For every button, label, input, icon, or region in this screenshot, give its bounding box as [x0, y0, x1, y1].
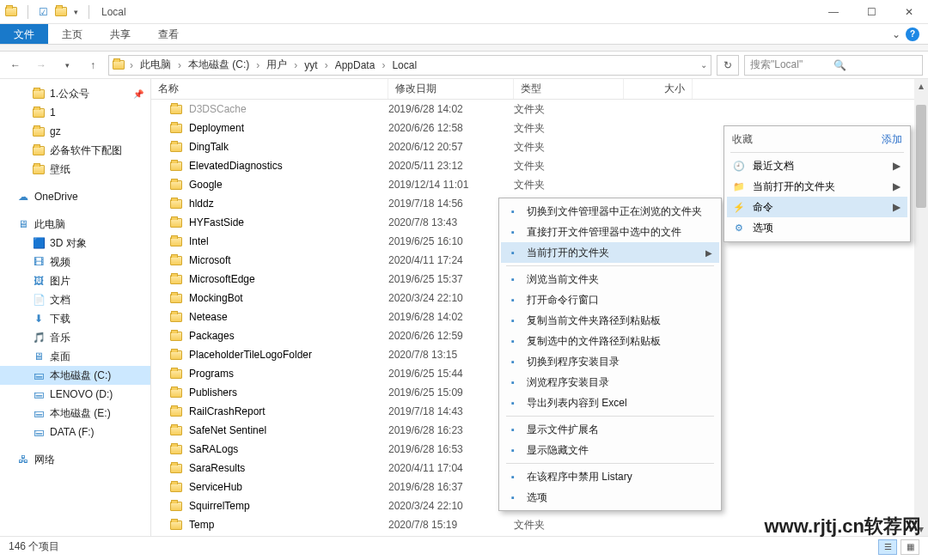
tree-onedrive[interactable]: ☁ OneDrive — [0, 187, 150, 206]
table-row[interactable]: D3DSCache2019/6/28 14:02文件夹 — [151, 100, 928, 119]
tree-pc-item[interactable]: 🖴DATA (F:) — [0, 423, 150, 441]
file-type: 文件夹 — [514, 178, 624, 192]
close-button[interactable]: ✕ — [890, 0, 928, 24]
file-name: SquirrelTemp — [189, 500, 250, 512]
folder-icon — [170, 256, 182, 265]
col-type[interactable]: 类型 — [514, 79, 624, 99]
menu-item[interactable]: ▪直接打开文件管理器中选中的文件 — [501, 222, 719, 242]
scroll-up-icon[interactable]: ▴ — [914, 79, 928, 93]
menu-label: 打开命令行窗口 — [527, 293, 599, 307]
file-date: 2019/12/14 11:01 — [388, 179, 514, 191]
menu-item[interactable]: ▪显示隐藏文件 — [501, 440, 719, 460]
search-icon[interactable]: 🔍 — [833, 59, 917, 71]
up-button[interactable]: ↑ — [82, 55, 103, 76]
menu-item[interactable]: ▪打开命令行窗口 — [501, 289, 719, 310]
col-name[interactable]: 名称 — [151, 79, 388, 99]
tree-quick-item[interactable]: 必备软件下配图 — [0, 141, 150, 160]
drive-icon: 🖼 — [33, 275, 45, 287]
chevron-right-icon[interactable]: › — [380, 59, 387, 71]
menu-item[interactable]: ▪浏览程序安装目录 — [501, 372, 719, 393]
tree-pc-item[interactable]: 🖼图片 — [0, 271, 150, 290]
tree-thispc[interactable]: 🖥 此电脑 — [0, 215, 150, 234]
recent-dropdown[interactable]: ▾ — [57, 55, 77, 76]
menu-item[interactable]: ▪复制当前文件夹路径到粘贴板 — [501, 310, 719, 331]
back-button[interactable]: ← — [5, 55, 26, 76]
menu-item[interactable]: ▪选项 — [501, 487, 719, 508]
menu-label: 选项 — [527, 490, 547, 505]
forward-button[interactable]: → — [31, 55, 52, 76]
tree-pc-item[interactable]: 🖴LENOVO (D:) — [0, 385, 150, 404]
breadcrumb[interactable]: 此电脑 — [138, 58, 173, 72]
view-icons-button[interactable]: ▦ — [901, 539, 919, 555]
file-date: 2019/6/28 16:37 — [388, 481, 514, 493]
panel-item[interactable]: ⚙选项 — [727, 217, 907, 238]
folder-icon — [170, 105, 182, 114]
chevron-right-icon[interactable]: › — [128, 59, 135, 71]
tree-quick-item[interactable]: 1 — [0, 103, 150, 122]
separator — [730, 152, 904, 153]
menu-item[interactable]: ▪当前打开的文件夹▶ — [501, 242, 719, 263]
breadcrumb[interactable]: yyt — [302, 59, 319, 71]
folder-icon — [170, 161, 182, 171]
chevron-right-icon[interactable]: › — [292, 59, 299, 71]
navbar: ← → ▾ ↑ › 此电脑 › 本地磁盘 (C:) › 用户 › yyt › A… — [0, 52, 928, 79]
tree-pc-item[interactable]: 🖥桌面 — [0, 347, 150, 366]
ribbon-tab-file[interactable]: 文件 — [0, 24, 48, 44]
address-bar[interactable]: › 此电脑 › 本地磁盘 (C:) › 用户 › yyt › AppData ›… — [108, 55, 711, 76]
menu-item[interactable]: ▪切换到文件管理器中正在浏览的文件夹 — [501, 201, 719, 222]
tree-quick-item[interactable]: gz — [0, 122, 150, 141]
breadcrumb[interactable]: 本地磁盘 (C:) — [186, 58, 251, 72]
panel-item[interactable]: 🕘最近文档▶ — [727, 155, 907, 176]
file-type: 文件夹 — [514, 159, 624, 173]
maximize-button[interactable]: ☐ — [852, 0, 890, 24]
chevron-down-icon[interactable]: ⌄ — [892, 28, 901, 40]
window-title: Local — [93, 6, 126, 18]
search-input[interactable]: 搜索"Local" 🔍 — [744, 55, 923, 76]
minimize-button[interactable]: ― — [815, 0, 852, 24]
add-link[interactable]: 添加 — [882, 132, 902, 147]
chevron-right-icon[interactable]: › — [254, 59, 261, 71]
tree-quick-item[interactable]: 壁纸 — [0, 160, 150, 179]
chevron-right-icon[interactable]: › — [323, 59, 330, 71]
chevron-down-icon[interactable]: ⌄ — [700, 60, 707, 70]
file-date: 2019/6/25 15:44 — [388, 368, 514, 380]
chevron-right-icon[interactable]: › — [176, 59, 183, 71]
tree-pc-item[interactable]: 📄文档 — [0, 290, 150, 309]
file-date: 2020/7/8 13:43 — [388, 216, 514, 228]
ribbon-tab-home[interactable]: 主页 — [48, 24, 96, 44]
tree-label: OneDrive — [34, 191, 78, 203]
panel-item[interactable]: 📁当前打开的文件夹▶ — [727, 176, 907, 197]
drive-icon: 🖴 — [33, 388, 45, 400]
tree-pc-item[interactable]: 🟦3D 对象 — [0, 234, 150, 253]
help-icon[interactable]: ? — [906, 27, 919, 41]
col-date[interactable]: 修改日期 — [388, 79, 514, 99]
ribbon-tab-share[interactable]: 共享 — [96, 24, 144, 44]
panel-item[interactable]: ⚡命令▶ — [727, 197, 907, 217]
tree-network[interactable]: 🖧 网络 — [0, 450, 150, 469]
menu-item[interactable]: ▪导出列表内容到 Excel — [501, 393, 719, 413]
menu-item[interactable]: ▪切换到程序安装目录 — [501, 351, 719, 372]
menu-item[interactable]: ▪复制选中的文件路径到粘贴板 — [501, 331, 719, 351]
menu-item[interactable]: ▪显示文件扩展名 — [501, 419, 719, 440]
breadcrumb[interactable]: AppData — [333, 59, 377, 71]
tree-pc-item[interactable]: ⬇下载 — [0, 309, 150, 328]
tree-pc-item[interactable]: 🎵音乐 — [0, 328, 150, 347]
col-size[interactable]: 大小 — [624, 79, 693, 99]
scrollbar[interactable]: ▴ ▾ — [914, 79, 928, 536]
view-details-button[interactable]: ☰ — [878, 539, 897, 555]
tree-quick-item[interactable]: 1.公众号📌 — [0, 84, 150, 103]
folder-icon[interactable] — [55, 7, 67, 16]
tree-pc-item[interactable]: 🖴本地磁盘 (E:) — [0, 404, 150, 423]
tree-pc-item[interactable]: 🖴本地磁盘 (C:) — [0, 366, 150, 385]
breadcrumb[interactable]: Local — [390, 59, 418, 71]
refresh-button[interactable]: ↻ — [717, 55, 739, 76]
file-date: 2020/3/24 22:10 — [388, 292, 514, 304]
tree-pc-item[interactable]: 🎞视频 — [0, 253, 150, 271]
scroll-thumb[interactable] — [916, 105, 926, 208]
breadcrumb[interactable]: 用户 — [265, 58, 289, 72]
dropdown-icon[interactable]: ▾ — [74, 8, 78, 16]
checkbox-icon[interactable]: ☑ — [39, 6, 48, 18]
ribbon-tab-view[interactable]: 查看 — [144, 24, 192, 44]
menu-item[interactable]: ▪在该程序中禁用 Listary — [501, 466, 719, 487]
menu-item[interactable]: ▪浏览当前文件夹 — [501, 269, 719, 289]
